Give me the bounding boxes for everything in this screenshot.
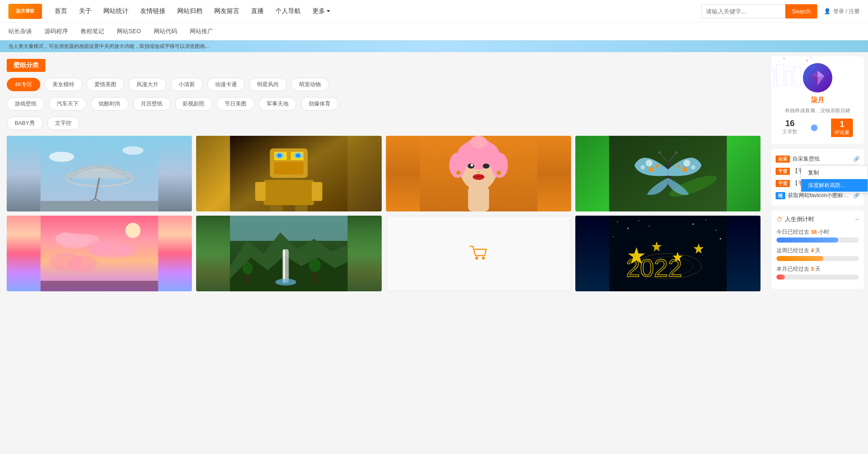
site-logo[interactable]: 柒月博客	[8, 4, 42, 19]
link-tag-4: 链	[776, 192, 785, 199]
countdown-bar-day	[776, 238, 859, 243]
countdown-icon: ⏱	[776, 216, 782, 223]
second-nav-tutorial[interactable]: 教程笔记	[81, 28, 104, 35]
svg-rect-17	[295, 205, 308, 211]
comment-label: 评论量	[834, 129, 850, 136]
second-nav-blog[interactable]: 站长杂谈	[8, 28, 32, 35]
image-card-radar[interactable]	[7, 136, 192, 211]
category-tags-row2: 游戏壁纸 汽车天下 炫酷时尚 月历壁纸 影视剧照 节日美图 军事天地 劲爆体育	[7, 97, 760, 111]
nav-home[interactable]: 首页	[55, 7, 67, 15]
svg-point-44	[640, 165, 645, 169]
second-nav-seo[interactable]: 网站SEO	[117, 28, 141, 35]
svg-point-46	[648, 167, 653, 172]
tag-text[interactable]: 文字控	[47, 116, 79, 130]
svg-rect-93	[794, 67, 801, 86]
context-menu-item-1[interactable]: 深度解析高防...	[801, 179, 868, 192]
tag-sports[interactable]: 劲爆体育	[301, 97, 338, 111]
tag-calendar[interactable]: 月历壁纸	[133, 97, 170, 111]
svg-point-77	[617, 222, 618, 222]
tag-car[interactable]: 汽车天下	[49, 97, 87, 111]
svg-point-20	[277, 153, 282, 158]
countdown-bar-month	[776, 275, 859, 280]
second-nav-promotion[interactable]: 网站推广	[190, 28, 213, 35]
svg-point-49	[677, 164, 680, 168]
image-card-robot[interactable]	[196, 136, 381, 211]
sidebar-link-1[interactable]: 自采 自采集壁纸 🔗	[776, 153, 860, 165]
search-input[interactable]	[701, 4, 785, 18]
countdown-collapse-button[interactable]: −	[855, 216, 859, 223]
tag-love[interactable]: 爱情美图	[87, 78, 124, 91]
search-area: Search	[701, 4, 817, 18]
tag-beauty[interactable]: 美女模特	[45, 78, 82, 91]
avatar-container	[803, 63, 832, 92]
stats-row: 16 文章数 1 评论量	[778, 119, 857, 137]
nav-archive[interactable]: 网站归档	[177, 7, 202, 15]
second-nav-code[interactable]: 源码程序	[45, 28, 68, 35]
svg-point-37	[496, 171, 501, 175]
svg-point-63	[68, 256, 97, 272]
tag-military[interactable]: 军事天地	[259, 97, 296, 111]
countdown-title: ⏱ 人生倒计时 −	[776, 216, 859, 223]
sidebar-link-2[interactable]: 干货 【干货分享】深度解析高防... 复制 深度解析高防...	[776, 165, 860, 177]
tag-cartoon[interactable]: 动漫卡通	[207, 78, 245, 91]
image-card-butterfly[interactable]	[575, 136, 760, 211]
nav-guestbook[interactable]: 网友留言	[214, 7, 239, 15]
tag-4k[interactable]: 4K专区	[7, 78, 40, 91]
article-label: 文章数	[782, 128, 797, 135]
second-nav-website-code[interactable]: 网站代码	[154, 28, 177, 35]
svg-point-55	[126, 223, 141, 238]
nav-about[interactable]: 关于	[79, 7, 92, 15]
tag-movie[interactable]: 影视剧照	[175, 97, 212, 111]
image-card-waterfall[interactable]	[196, 216, 381, 291]
image-card-sky[interactable]	[7, 216, 192, 291]
nav-links-friends[interactable]: 友情链接	[140, 7, 165, 15]
tag-celebrity[interactable]: 明星风尚	[249, 78, 287, 91]
svg-rect-64	[41, 281, 158, 291]
cart-icon	[468, 243, 489, 264]
tag-game[interactable]: 游戏壁纸	[7, 97, 45, 111]
tag-animation[interactable]: 风漫大片	[128, 78, 166, 91]
waterfall-image	[196, 216, 381, 291]
sky-image	[7, 216, 192, 291]
svg-point-61	[113, 243, 136, 257]
image-card-woman[interactable]	[386, 136, 571, 211]
countdown-section: ⏱ 人生倒计时 − 今日已经过去 18 小时 这周已经过去 4 天	[771, 211, 864, 289]
svg-point-7	[123, 146, 144, 155]
image-grid-row1	[7, 136, 760, 211]
svg-rect-12	[274, 162, 304, 174]
nav-more[interactable]: 更多	[312, 7, 330, 15]
marquee-bar: 当人类大量模式，可在浏览器的画面设置中关闭放大功能，双指缩放或平移可以浏览图画.…	[0, 40, 868, 52]
tag-cool[interactable]: 炫酷时尚	[91, 97, 128, 111]
countdown-days-week: 4	[811, 247, 814, 253]
svg-point-53	[675, 151, 677, 154]
user-login-area[interactable]: 👤 登录 / 注册	[824, 8, 860, 15]
svg-rect-68	[283, 249, 285, 283]
woman-image	[386, 136, 571, 211]
tag-pets[interactable]: 萌宠动物	[291, 78, 329, 91]
tag-baby[interactable]: BABY秀	[7, 116, 43, 130]
image-card-empty[interactable]	[386, 216, 571, 291]
countdown-item-day: 今日已经过去 18 小时	[776, 228, 859, 243]
stats-decoration-icon	[810, 124, 818, 132]
tag-holiday[interactable]: 节日美图	[217, 97, 254, 111]
svg-point-52	[658, 151, 661, 154]
content-area: 壁纸分类 4K专区 美女模特 爱情美图 风漫大片 小清新 动漫卡通 明星风尚 萌…	[0, 52, 767, 298]
svg-marker-100	[811, 71, 818, 77]
svg-point-45	[691, 165, 695, 169]
svg-rect-38	[468, 186, 489, 211]
svg-point-79	[638, 220, 639, 221]
context-menu: 复制 深度解析高防...	[801, 165, 868, 193]
tag-fresh[interactable]: 小清新	[170, 78, 203, 91]
context-menu-copy[interactable]: 复制	[801, 166, 868, 179]
link-text-1: 自采集壁纸	[792, 155, 851, 163]
nav-live[interactable]: 直播	[251, 7, 264, 15]
space-image: 2022	[575, 216, 760, 291]
search-button[interactable]: Search	[785, 4, 817, 18]
nav-stats[interactable]: 网站统计	[103, 7, 128, 15]
svg-point-81	[692, 224, 694, 225]
svg-rect-5	[41, 201, 158, 211]
countdown-item-week: 这周已经过去 4 天	[776, 247, 859, 261]
nav-personal[interactable]: 个人导航	[275, 7, 301, 15]
svg-rect-92	[786, 71, 792, 86]
image-card-space[interactable]: 2022	[575, 216, 760, 291]
